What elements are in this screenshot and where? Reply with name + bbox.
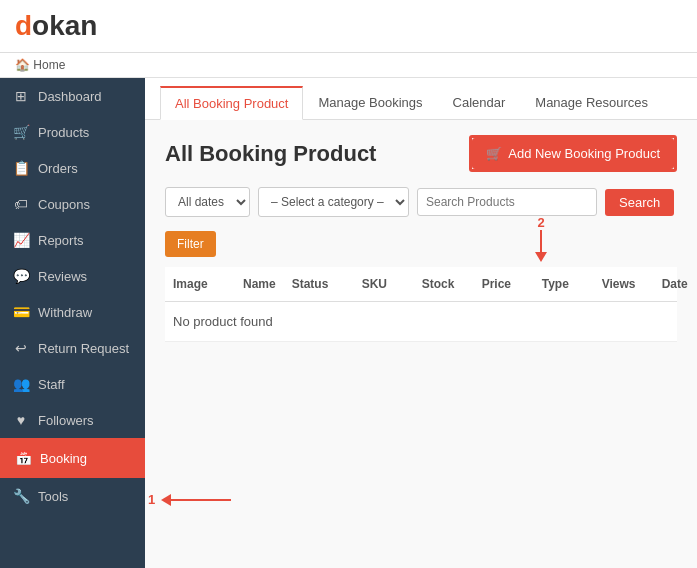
sidebar-item-label: Followers bbox=[38, 413, 94, 428]
dates-filter[interactable]: All dates bbox=[165, 187, 250, 217]
sidebar-item-booking[interactable]: 📅 Booking bbox=[0, 438, 145, 478]
sidebar-item-return-request[interactable]: ↩ Return Request bbox=[0, 330, 145, 366]
sidebar-item-dashboard[interactable]: ⊞ Dashboard bbox=[0, 78, 145, 114]
col-views: Views bbox=[594, 273, 654, 295]
tab-manage-resources[interactable]: Manage Resources bbox=[520, 86, 663, 119]
booking-icon: 📅 bbox=[14, 450, 32, 466]
products-table: Image Name Status SKU Stock Price Type V… bbox=[165, 267, 677, 342]
sidebar-item-label: Withdraw bbox=[38, 305, 92, 320]
return-icon: ↩ bbox=[12, 340, 30, 356]
dashboard-icon: ⊞ bbox=[12, 88, 30, 104]
sidebar-item-tools[interactable]: 🔧 Tools bbox=[0, 478, 145, 514]
col-stock: Stock bbox=[414, 273, 474, 295]
products-icon: 🛒 bbox=[12, 124, 30, 140]
tab-all-booking-product[interactable]: All Booking Product bbox=[160, 86, 303, 120]
sidebar-item-coupons[interactable]: 🏷 Coupons bbox=[0, 186, 145, 222]
sidebar-item-label: Coupons bbox=[38, 197, 90, 212]
add-new-booking-product-button[interactable]: 🛒 Add New Booking Product bbox=[472, 138, 674, 169]
sidebar-item-label: Booking bbox=[40, 451, 87, 466]
sidebar-item-reviews[interactable]: 💬 Reviews bbox=[0, 258, 145, 294]
sidebar-item-withdraw[interactable]: 💳 Withdraw bbox=[0, 294, 145, 330]
add-icon: 🛒 bbox=[486, 146, 502, 161]
col-date: Date bbox=[654, 273, 697, 295]
header: dokan bbox=[0, 0, 697, 53]
col-price: Price bbox=[474, 273, 534, 295]
reviews-icon: 💬 bbox=[12, 268, 30, 284]
followers-icon: ♥ bbox=[12, 412, 30, 428]
sidebar-item-label: Products bbox=[38, 125, 89, 140]
category-filter[interactable]: – Select a category – bbox=[258, 187, 409, 217]
logo-okan: okan bbox=[32, 10, 97, 41]
main-content: All Booking Product Manage Bookings Cale… bbox=[145, 78, 697, 568]
reports-icon: 📈 bbox=[12, 232, 30, 248]
layout: ⊞ Dashboard 🛒 Products 📋 Orders 🏷 Coupon… bbox=[0, 78, 697, 568]
sidebar-item-staff[interactable]: 👥 Staff bbox=[0, 366, 145, 402]
table-header: Image Name Status SKU Stock Price Type V… bbox=[165, 267, 677, 302]
tabs-bar: All Booking Product Manage Bookings Cale… bbox=[145, 78, 697, 120]
withdraw-icon: 💳 bbox=[12, 304, 30, 320]
tab-calendar[interactable]: Calendar bbox=[438, 86, 521, 119]
breadcrumb-icon: 🏠 bbox=[15, 58, 30, 72]
sidebar-item-label: Tools bbox=[38, 489, 68, 504]
sidebar: ⊞ Dashboard 🛒 Products 📋 Orders 🏷 Coupon… bbox=[0, 78, 145, 568]
sidebar-item-label: Reports bbox=[38, 233, 84, 248]
sidebar-item-followers[interactable]: ♥ Followers bbox=[0, 402, 145, 438]
logo-d: d bbox=[15, 10, 32, 41]
sidebar-item-label: Orders bbox=[38, 161, 78, 176]
col-sku: SKU bbox=[354, 273, 414, 295]
tools-icon: 🔧 bbox=[12, 488, 30, 504]
sidebar-item-label: Reviews bbox=[38, 269, 87, 284]
staff-icon: 👥 bbox=[12, 376, 30, 392]
sidebar-item-label: Return Request bbox=[38, 341, 129, 356]
page-title: All Booking Product bbox=[165, 141, 376, 167]
coupons-icon: 🏷 bbox=[12, 196, 30, 212]
filter-button[interactable]: Filter bbox=[165, 231, 216, 257]
tab-manage-bookings[interactable]: Manage Bookings bbox=[303, 86, 437, 119]
page-content: All Booking Product 🛒 Add New Booking Pr… bbox=[145, 120, 697, 357]
sidebar-item-label: Staff bbox=[38, 377, 65, 392]
filter-button-row: Filter bbox=[165, 227, 677, 257]
sidebar-item-orders[interactable]: 📋 Orders bbox=[0, 150, 145, 186]
add-button-label: Add New Booking Product bbox=[508, 146, 660, 161]
sidebar-item-reports[interactable]: 📈 Reports bbox=[0, 222, 145, 258]
page-title-row: All Booking Product 🛒 Add New Booking Pr… bbox=[165, 135, 677, 172]
sidebar-item-products[interactable]: 🛒 Products bbox=[0, 114, 145, 150]
orders-icon: 📋 bbox=[12, 160, 30, 176]
empty-message: No product found bbox=[165, 302, 677, 342]
search-input[interactable] bbox=[417, 188, 597, 216]
breadcrumb-home[interactable]: Home bbox=[33, 58, 65, 72]
col-type: Type bbox=[534, 273, 594, 295]
sidebar-item-label: Dashboard bbox=[38, 89, 102, 104]
col-name: Name bbox=[235, 273, 284, 295]
search-button[interactable]: Search bbox=[605, 189, 674, 216]
col-image: Image bbox=[165, 273, 235, 295]
filters-row: All dates – Select a category – Search bbox=[165, 187, 677, 217]
logo: dokan bbox=[15, 10, 97, 42]
breadcrumb: 🏠 Home bbox=[0, 53, 697, 78]
add-button-wrapper: 🛒 Add New Booking Product bbox=[469, 135, 677, 172]
col-status: Status bbox=[284, 273, 354, 295]
